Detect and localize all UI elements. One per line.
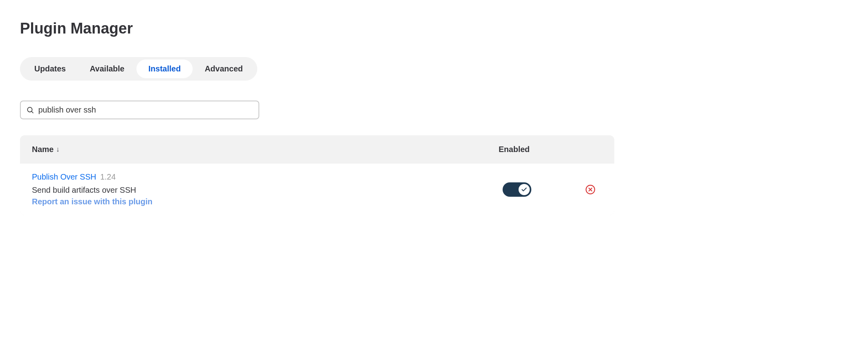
tab-available[interactable]: Available <box>78 59 136 78</box>
enabled-toggle[interactable] <box>503 182 531 197</box>
enabled-toggle-column <box>499 182 578 197</box>
tabs-container: Updates Available Installed Advanced <box>20 57 257 81</box>
tab-advanced[interactable]: Advanced <box>193 59 255 78</box>
column-header-enabled[interactable]: Enabled <box>499 145 578 154</box>
table-row: Publish Over SSH 1.24 Send build artifac… <box>20 164 614 215</box>
plugin-name-line: Publish Over SSH 1.24 <box>32 172 499 182</box>
search-container[interactable] <box>20 101 259 119</box>
column-name-label: Name <box>32 145 53 154</box>
sort-arrow-icon: ↓ <box>56 145 59 154</box>
plugin-name-link[interactable]: Publish Over SSH <box>32 172 96 182</box>
plugin-info: Publish Over SSH 1.24 Send build artifac… <box>32 172 499 206</box>
tab-installed[interactable]: Installed <box>136 59 193 78</box>
svg-line-1 <box>32 111 34 113</box>
search-input[interactable] <box>38 105 253 115</box>
check-icon <box>521 186 527 193</box>
plugin-version: 1.24 <box>100 172 116 182</box>
plugin-report-link[interactable]: Report an issue with this plugin <box>32 197 152 206</box>
plugin-description: Send build artifacts over SSH <box>32 186 499 195</box>
svg-point-0 <box>28 107 32 112</box>
uninstall-icon[interactable] <box>585 184 596 195</box>
uninstall-column <box>578 184 602 195</box>
plugin-table: Name ↓ Enabled Publish Over SSH 1.24 Sen… <box>20 135 614 215</box>
table-header: Name ↓ Enabled <box>20 135 614 164</box>
column-header-name[interactable]: Name ↓ <box>32 145 499 154</box>
toggle-knob <box>519 184 530 195</box>
search-icon <box>26 106 34 114</box>
tab-updates[interactable]: Updates <box>22 59 78 78</box>
page-title: Plugin Manager <box>20 20 848 37</box>
